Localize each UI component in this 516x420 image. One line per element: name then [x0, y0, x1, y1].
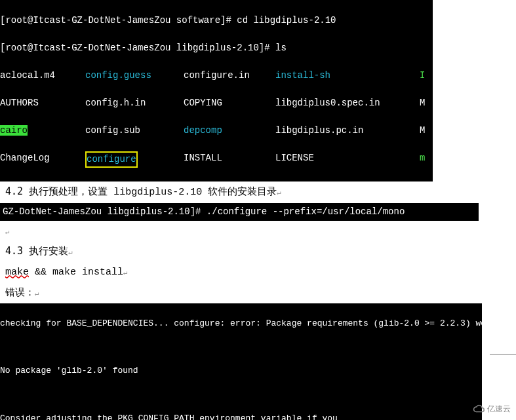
make-line: make && make install↵	[0, 262, 516, 283]
section-4-3: 4.3 执行安装↵	[0, 241, 516, 262]
cloud-icon	[473, 403, 485, 415]
blank-marker: ↵	[0, 221, 516, 242]
terminal-configure: GZ-DotNet-JamesZou libgdiplus-2.10]# ./c…	[0, 203, 479, 221]
term-row: cairoconfig.subdepcomplibgdiplus.pc.inM	[0, 124, 433, 138]
term-line: [root@Itcast-GZ-DotNet-JamesZou libgdipl…	[0, 41, 433, 55]
terminal-error-output: checking for BASE_DEPENDENCIES... config…	[0, 303, 482, 421]
terminal-ls-output: [root@Itcast-GZ-DotNet-JamesZou software…	[0, 0, 433, 181]
highlight-cairo: cairo	[0, 125, 28, 136]
rule-fragment	[490, 354, 516, 355]
term-line: [root@Itcast-GZ-DotNet-JamesZou software…	[0, 14, 433, 28]
watermark: 亿速云	[473, 403, 511, 415]
term-row: ChangeLogconfigureINSTALLLICENSEm	[0, 151, 433, 168]
highlight-configure: configure	[85, 151, 138, 168]
section-4-2: 4.2 执行预处理，设置 libgdiplus-2.10 软件的安装目录↵	[0, 181, 516, 203]
term-row: AUTHORSconfig.h.inCOPYINGlibgdiplus0.spe…	[0, 96, 433, 110]
error-label: 错误：↵	[0, 282, 516, 303]
term-row: aclocal.m4config.guessconfigure.ininstal…	[0, 69, 433, 83]
